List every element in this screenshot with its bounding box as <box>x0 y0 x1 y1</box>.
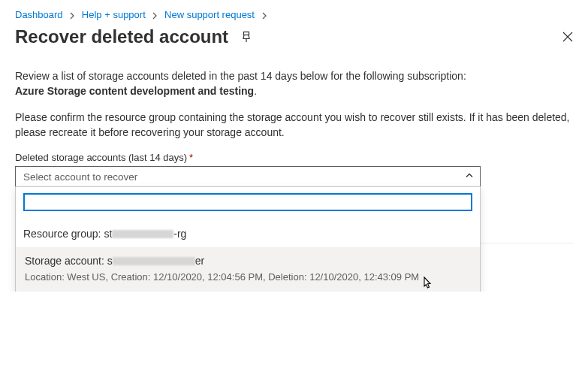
breadcrumb: Dashboard Help + support New support req… <box>15 9 573 20</box>
pin-icon[interactable] <box>240 31 252 43</box>
resource-group-label: Resource group: st-rg <box>23 228 472 240</box>
breadcrumb-item-dashboard[interactable]: Dashboard <box>15 9 63 20</box>
field-label-deleted-accounts: Deleted storage accounts (last 14 days)* <box>15 152 573 163</box>
chevron-right-icon <box>261 9 268 20</box>
accounts-dropdown: Resource group: st-rg Storage account: s… <box>15 186 481 292</box>
chevron-up-icon <box>465 171 474 183</box>
deleted-accounts-select[interactable]: Select account to recover <box>15 166 481 187</box>
close-icon[interactable] <box>562 32 573 42</box>
subscription-name: Azure Storage content development and te… <box>15 85 254 97</box>
intro-text: Review a list of storage accounts delete… <box>15 68 573 99</box>
chevron-right-icon <box>151 9 158 20</box>
confirm-text: Please confirm the resource group contai… <box>15 110 573 141</box>
storage-account-option[interactable]: Storage account: ser Location: West US, … <box>16 247 480 292</box>
chevron-right-icon <box>68 9 76 20</box>
cursor-icon <box>420 276 433 292</box>
dropdown-search-input[interactable] <box>23 193 472 211</box>
svg-rect-0 <box>244 32 249 35</box>
breadcrumb-item-help-support[interactable]: Help + support <box>82 9 146 20</box>
page-title: Recover deleted account <box>15 26 228 47</box>
select-placeholder: Select account to recover <box>23 171 137 183</box>
option-meta: Location: West US, Creation: 12/10/2020,… <box>25 271 471 283</box>
breadcrumb-item-new-support-request[interactable]: New support request <box>164 9 255 20</box>
option-title: Storage account: ser <box>25 255 471 267</box>
